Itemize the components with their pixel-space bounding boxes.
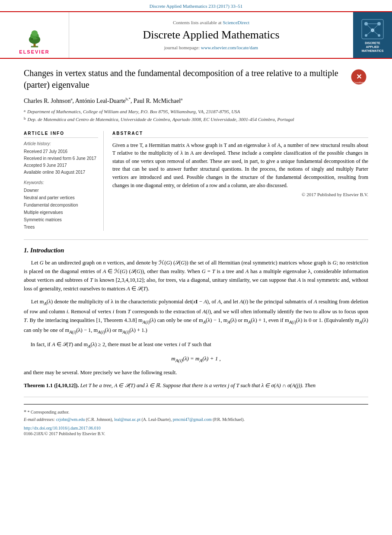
- abstract-header: ABSTRACT: [112, 131, 368, 138]
- math-display: mA(i)(λ) = mA(λ) + 1 ,: [24, 355, 368, 363]
- svg-text:CrossMark: CrossMark: [354, 81, 364, 84]
- header-banner: ELSEVIER Contents lists available at Sci…: [0, 11, 392, 59]
- dam-journal-icon: [360, 17, 386, 41]
- paper-content: Changes in vertex status and the fundame…: [0, 59, 392, 445]
- abstract-copyright: © 2017 Published by Elsevier B.V.: [112, 192, 368, 197]
- homepage-url[interactable]: www.elsevier.com/locate/dam: [201, 45, 258, 50]
- journal-title: Discrete Applied Mathematics: [143, 29, 279, 41]
- footer-emails: E-mail addresses: crjohn@wm.edu (C.R. Jo…: [24, 416, 368, 423]
- author-sup-a2: a: [181, 97, 182, 101]
- two-col-section: ARTICLE INFO Article history: Received 2…: [24, 131, 368, 231]
- journal-icon-box: DISCRETEAPPLIEDMATHEMATICS: [355, 16, 390, 54]
- email-attribution-2: (A. Leal-Duarte),: [141, 417, 172, 422]
- abstract-col: ABSTRACT Given a tree T, a Hermitian mat…: [112, 131, 368, 231]
- section-divider: [24, 239, 368, 240]
- sciencedirect-link[interactable]: ScienceDirect: [223, 20, 249, 25]
- intro-para1: Let G be an undirected graph on n vertic…: [24, 258, 368, 293]
- contents-text: Contents lists available at: [173, 20, 222, 25]
- article-info-header: ARTICLE INFO: [24, 131, 98, 138]
- keyword-downer: Downer: [24, 187, 98, 194]
- keyword-symmetric: Symmetric matrices: [24, 216, 98, 223]
- history-label: Article history:: [24, 141, 98, 146]
- elsevier-tree-icon: [19, 29, 50, 48]
- theorem-1-1: Theorem 1.1 ([4,10,12]). Let T be a tree…: [24, 381, 368, 390]
- email-attribution-1: (C.R. Johnson),: [86, 417, 114, 422]
- journal-icon-text: DISCRETEAPPLIEDMATHEMATICS: [362, 41, 384, 53]
- contents-line: Contents lists available at ScienceDirec…: [173, 20, 249, 25]
- footer-star-note: * * Corresponding author.: [24, 408, 368, 416]
- elsevier-text: ELSEVIER: [19, 49, 49, 54]
- keyword-neutral: Neutral and parter vertices: [24, 194, 98, 201]
- crossmark-area[interactable]: ✕ CrossMark: [351, 69, 368, 88]
- footer-issn: 0166-218X/© 2017 Published by Elsevier B…: [24, 431, 368, 436]
- article-info-col: ARTICLE INFO Article history: Received 2…: [24, 131, 104, 231]
- affiliations: a Department of Mathematics, College of …: [24, 108, 368, 123]
- abstract-text: Given a tree T, a Hermitian matrix A who…: [112, 141, 368, 190]
- paper-title: Changes in vertex status and the fundame…: [24, 67, 347, 91]
- keyword-trees: Trees: [24, 223, 98, 231]
- history-received: Received 27 July 2016: [24, 148, 98, 155]
- history-online: Available online 30 August 2017: [24, 169, 98, 176]
- intro-heading: 1. Introduction: [24, 247, 368, 254]
- email-attribution-3: (P.R. McMichael).: [213, 417, 245, 422]
- history-accepted: Accepted 9 June 2017: [24, 162, 98, 169]
- email-prncmi[interactable]: prncmi47@gmail.com: [173, 417, 212, 422]
- email-crjohn[interactable]: crjohn@wm.edu: [56, 417, 85, 422]
- svg-text:✕: ✕: [356, 73, 362, 80]
- corresponding-author-note: * Corresponding author.: [28, 410, 70, 414]
- keywords-label: Keywords:: [24, 180, 98, 185]
- footer-area: * * Corresponding author. E-mail address…: [24, 404, 368, 436]
- svg-point-6: [36, 37, 37, 38]
- header-right-icon: DISCRETEAPPLIEDMATHEMATICS: [353, 12, 392, 58]
- journal-ref-text: Discrete Applied Mathematics 233 (2017) …: [150, 3, 242, 9]
- header-center: Contents lists available at ScienceDirec…: [69, 12, 353, 58]
- authors-line: Charles R. Johnsona, António Leal-Duarte…: [24, 97, 368, 105]
- footer-doi[interactable]: http://dx.doi.org/10.1016/j.dam.2017.06.…: [24, 426, 368, 430]
- intro-para2: Let mA(λ) denote the multiplicity of λ i…: [24, 297, 368, 336]
- affil-text-a: Department of Mathematics, College of Wi…: [27, 108, 240, 115]
- intro-para3: In fact, if A ∈ 𝒮(T) and mA(λ) ≥ 2, ther…: [24, 340, 368, 350]
- affil-line-b: b Dep. de Matemática and Centro de Matem…: [24, 116, 368, 123]
- history-revised: Received in revised form 6 June 2017: [24, 155, 98, 162]
- homepage-label: journal homepage:: [164, 45, 200, 50]
- journal-reference: Discrete Applied Mathematics 233 (2017) …: [0, 0, 392, 11]
- keyword-fundamental: Fundamental decomposition: [24, 201, 98, 209]
- svg-point-4: [31, 30, 38, 36]
- paper-title-row: Changes in vertex status and the fundame…: [24, 67, 368, 91]
- affil-sup-b: b: [24, 116, 26, 123]
- affil-line-a: a Department of Mathematics, College of …: [24, 108, 368, 115]
- svg-point-5: [31, 38, 32, 39]
- theorem-end-divider: [24, 397, 368, 397]
- doi-url[interactable]: http://dx.doi.org/10.1016/j.dam.2017.06.…: [24, 426, 101, 430]
- email-leal[interactable]: leal@mat.uc.pt: [114, 417, 140, 422]
- intro-para4: and there may be several. More precisely…: [24, 368, 368, 377]
- email-label: E-mail addresses:: [24, 417, 55, 422]
- affil-text-b: Dep. de Matemática and Centro de Matemát…: [28, 116, 294, 123]
- affil-sup-a: a: [24, 108, 25, 115]
- keyword-multiple: Multiple eigenvalues: [24, 209, 98, 216]
- author-sup-a: a: [71, 97, 73, 101]
- star-symbol: *: [24, 409, 26, 415]
- elsevier-logo-box: ELSEVIER: [9, 29, 61, 54]
- author-sup-b: b,*: [126, 97, 131, 101]
- homepage-line: journal homepage: www.elsevier.com/locat…: [164, 45, 258, 50]
- crossmark-icon: ✕ CrossMark: [351, 69, 367, 85]
- elsevier-logo-area: ELSEVIER: [0, 12, 69, 58]
